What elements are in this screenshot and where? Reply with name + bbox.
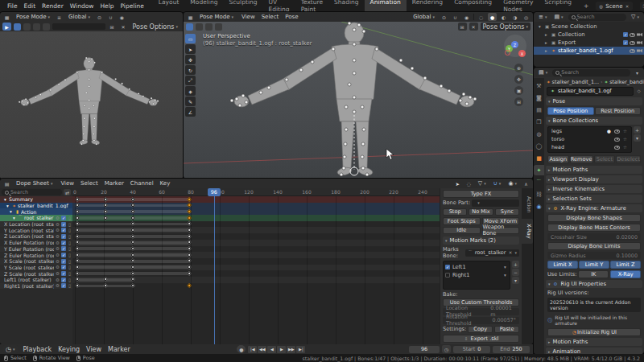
- fx-sync-button[interactable]: Sync: [495, 208, 519, 216]
- panel-motion-marks-header[interactable]: ▾Motion Marks (2): [443, 237, 519, 245]
- onion-skin-icon[interactable]: ◌: [464, 179, 473, 187]
- lock-icon[interactable]: ▯: [67, 253, 72, 258]
- assign-button[interactable]: Assign: [547, 155, 569, 163]
- display-bone-mass-centers-button[interactable]: Display Bone Mass Centers: [547, 224, 641, 232]
- properties-tab-view-layer[interactable]: ❒: [534, 117, 544, 127]
- properties-tab-object-data[interactable]: ✦: [534, 165, 544, 175]
- bone-marker[interactable]: [448, 89, 451, 93]
- bone-marker[interactable]: [76, 72, 78, 73]
- end-frame-field[interactable]: End250: [493, 346, 530, 353]
- scene-selector[interactable]: ◍ Scene ✕: [596, 2, 632, 10]
- mode-dropdown[interactable]: Pose Mode: [14, 13, 52, 21]
- transport-play-button[interactable]: ▶: [277, 346, 286, 353]
- fx-stop-button[interactable]: Stop: [443, 208, 467, 216]
- bone-marker[interactable]: [353, 43, 356, 46]
- panel-motion-paths-header[interactable]: ▸Motion Paths: [546, 166, 642, 174]
- visibility-eye-icon[interactable]: [614, 146, 620, 150]
- bone-marker[interactable]: [348, 83, 351, 86]
- tool-annotate-icon[interactable]: ✎: [185, 97, 196, 106]
- solo-star-icon[interactable]: ☆: [622, 145, 628, 150]
- move-down-icon[interactable]: ▾: [512, 277, 519, 284]
- bone-marker[interactable]: [242, 94, 245, 97]
- properties-tab-render[interactable]: ◙: [534, 93, 544, 103]
- modifier-wrench-icon[interactable]: ⚙: [55, 246, 60, 252]
- type-fx-button[interactable]: Type FX: [443, 190, 519, 198]
- shading-rendered-icon[interactable]: ◑: [510, 13, 519, 21]
- character-model[interactable]: [0, 57, 183, 146]
- lock-icon[interactable]: ▯: [67, 258, 72, 264]
- bone-marker[interactable]: [89, 99, 90, 101]
- bone-marker[interactable]: [149, 101, 151, 103]
- properties-tab-scene[interactable]: ◍: [534, 129, 544, 139]
- bone-marker[interactable]: [93, 62, 95, 64]
- bone-marker[interactable]: [83, 125, 85, 127]
- channel-x-scale-root-stalker[interactable]: X Scale (root_stalker) ⚙✓▯: [0, 258, 72, 265]
- lock-icon[interactable]: ▯: [67, 271, 72, 277]
- collapse-icon[interactable]: ∧: [522, 179, 530, 187]
- tool-cursor-icon[interactable]: ➤: [185, 44, 196, 54]
- bone-marker[interactable]: [84, 105, 85, 106]
- bone-marker[interactable]: [142, 96, 144, 97]
- lock-icon[interactable]: ▯: [67, 240, 72, 245]
- bone-marker[interactable]: [230, 99, 233, 102]
- playhead[interactable]: [214, 188, 216, 344]
- properties-tab-output[interactable]: ▤: [534, 105, 544, 115]
- channel-right1-root-stalker[interactable]: Right1 (root_stalker) ⚙✓▯: [0, 283, 72, 290]
- bone-marker[interactable]: [459, 99, 462, 102]
- unlink-icon[interactable]: ✕: [625, 3, 630, 9]
- bone-marker[interactable]: [259, 91, 262, 94]
- transport-jump-end-button[interactable]: ▶|: [296, 346, 305, 353]
- dopesheet-menu-key[interactable]: Key: [157, 180, 174, 187]
- editor-type-icon[interactable]: ▦: [2, 13, 11, 21]
- snap-magnet-icon[interactable]: ∪: [451, 13, 460, 21]
- playhead-snap-icon[interactable]: ➤: [453, 179, 462, 187]
- bone-marker[interactable]: [375, 47, 378, 51]
- editor-type-icon[interactable]: ▦: [186, 13, 195, 21]
- keyframe-row-y-location-root-stalker[interactable]: [72, 227, 440, 233]
- panel-viewport-display-header[interactable]: ▸Viewport Display: [546, 175, 642, 183]
- snap-magnet-icon[interactable]: ∪: [106, 13, 115, 21]
- bone-marker[interactable]: [473, 97, 477, 101]
- filter-toggle-icon[interactable]: ⇄: [64, 189, 71, 195]
- mark-row-left1[interactable]: ✓ Left1 ▾: [445, 263, 508, 271]
- visibility-eye-icon[interactable]: [614, 138, 620, 142]
- select-mode-circle[interactable]: [33, 23, 40, 31]
- bone-marker[interactable]: [89, 108, 90, 109]
- timeline-menu-playback[interactable]: Playback: [20, 346, 56, 353]
- shading-wireframe-icon[interactable]: ◌: [477, 13, 485, 21]
- export-skl-button[interactable]: ⇩Export .skl: [443, 335, 519, 343]
- channel-enable-checkbox[interactable]: ✓: [61, 271, 66, 276]
- bone-collection-row-head[interactable]: head ☆: [548, 143, 631, 151]
- bone-marker[interactable]: [423, 76, 427, 80]
- dopesheet-menu-view[interactable]: View: [57, 180, 77, 187]
- tool-transform-icon[interactable]: ◈: [185, 86, 196, 96]
- tool-scale-icon[interactable]: ⤢: [185, 76, 196, 85]
- keyframe-row-z-euler-rotation-root-stalker[interactable]: [72, 252, 440, 258]
- proportional-edit-icon[interactable]: ◉: [462, 13, 471, 21]
- lock-icon[interactable]: ▯: [67, 228, 72, 233]
- dopesheet-menu-channel[interactable]: Channel: [127, 180, 157, 187]
- viewport-menu-view[interactable]: View: [238, 14, 258, 20]
- pose-position-button[interactable]: Pose Position: [547, 107, 594, 115]
- pivot-icon[interactable]: ⊙: [95, 13, 104, 21]
- bone-marker[interactable]: [245, 101, 248, 104]
- menu-file[interactable]: File: [4, 2, 21, 10]
- transport-next-keyframe-button[interactable]: ▶▶: [287, 346, 295, 353]
- mark-checkbox[interactable]: ✓: [445, 265, 450, 269]
- select-mode-lasso[interactable]: [43, 23, 50, 31]
- limit-z-button[interactable]: Limit Z: [610, 261, 641, 269]
- gizmo-axis-z[interactable]: Z: [511, 41, 518, 48]
- lock-icon[interactable]: ▯: [67, 233, 72, 239]
- channel-root-stalker[interactable]: ▾⌒root_stalker ⚙✓▯: [0, 215, 72, 221]
- navigation-gizmo[interactable]: XYZ: [504, 35, 526, 57]
- outliner-mode-icon[interactable]: ▤: [551, 13, 565, 21]
- keyframe-row-right1-root-stalker[interactable]: [72, 283, 440, 290]
- bone-marker[interactable]: [91, 58, 93, 60]
- shading-material-icon[interactable]: ◐: [499, 13, 508, 21]
- crosshair-size-field[interactable]: Crosshair Size0.02000: [547, 233, 641, 241]
- breadcrumb-object[interactable]: stalker_bandit_1...: [552, 79, 599, 85]
- current-frame-badge[interactable]: 96: [208, 188, 221, 196]
- viewport-main-canvas[interactable]: ⊞ ✕ Pose Options ▭➤✥↻⤢◈✎∠ User Perspecti…: [184, 22, 533, 179]
- bone-marker[interactable]: [89, 78, 90, 80]
- bone-marker[interactable]: [332, 47, 335, 51]
